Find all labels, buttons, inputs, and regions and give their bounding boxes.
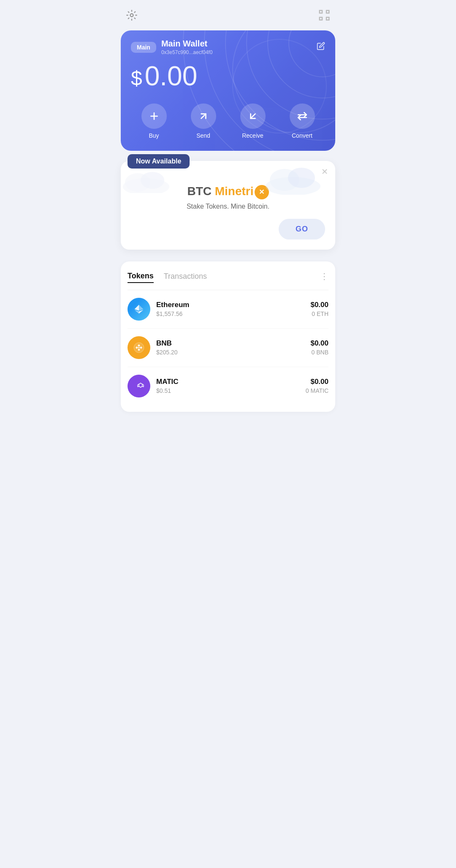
bnb-info: BNB $205.20 xyxy=(156,339,304,356)
buy-icon xyxy=(141,103,167,129)
card-header: Main Main Wallet 0x3e57c990...aecf04f0 xyxy=(131,39,325,55)
currency-symbol: $ xyxy=(131,67,142,90)
token-item-matic[interactable]: MATIC $0.51 $0.00 0 MATIC xyxy=(128,367,328,405)
edit-icon[interactable] xyxy=(317,42,325,52)
matic-amount: 0 MATIC xyxy=(306,387,328,394)
token-list: Ethereum $1,557.56 $0.00 0 ETH xyxy=(128,290,328,412)
svg-marker-28 xyxy=(139,305,144,310)
tab-transactions[interactable]: Transactions xyxy=(164,270,207,283)
eth-info: Ethereum $1,557.56 xyxy=(156,301,304,317)
eth-balance: $0.00 0 ETH xyxy=(310,301,328,317)
svg-line-16 xyxy=(201,114,206,119)
go-button[interactable]: GO xyxy=(279,219,325,239)
top-bar xyxy=(114,0,342,27)
promo-close-button[interactable] xyxy=(321,168,328,177)
matic-info: MATIC $0.51 xyxy=(156,378,300,394)
promo-btc-text: BTC xyxy=(187,185,212,198)
send-icon xyxy=(191,103,216,129)
matic-usd: $0.00 xyxy=(306,378,328,386)
bnb-price: $205.20 xyxy=(156,349,304,356)
wallet-address: 0x3e57c990...aecf04f0 xyxy=(161,49,212,55)
promo-card: BTC Minetri✕ Stake Tokens. Mine Bitcoin.… xyxy=(121,161,335,250)
buy-button[interactable]: Buy xyxy=(141,103,167,139)
tab-more-icon[interactable]: ⋮ xyxy=(320,271,328,281)
wallet-card: Main Main Wallet 0x3e57c990...aecf04f0 $… xyxy=(121,30,335,151)
bnb-amount: 0 BNB xyxy=(310,349,328,356)
token-item-bnb[interactable]: BNB $205.20 $0.00 0 BNB xyxy=(128,329,328,367)
bnb-name: BNB xyxy=(156,339,304,348)
matic-icon xyxy=(128,375,150,397)
svg-marker-31 xyxy=(139,310,144,313)
promo-section: Now Available BTC Minetri✕ Stake Tokens.… xyxy=(121,161,335,250)
svg-marker-30 xyxy=(135,310,139,313)
matic-price: $0.51 xyxy=(156,387,300,394)
now-available-badge: Now Available xyxy=(128,154,190,169)
receive-label: Receive xyxy=(242,132,263,139)
bnb-usd: $0.00 xyxy=(310,339,328,348)
eth-amount: 0 ETH xyxy=(310,310,328,317)
svg-point-22 xyxy=(141,172,164,189)
buy-label: Buy xyxy=(149,132,159,139)
tokens-section: Tokens Transactions ⋮ Ethereum $1,557.56… xyxy=(121,261,335,412)
bnb-icon xyxy=(128,336,150,359)
svg-rect-3 xyxy=(320,17,322,20)
tokens-tabs: Tokens Transactions ⋮ xyxy=(128,261,328,290)
eth-icon xyxy=(128,298,150,321)
receive-button[interactable]: Receive xyxy=(240,103,266,139)
main-badge: Main xyxy=(131,42,156,53)
balance-amount: 0.00 xyxy=(145,60,198,92)
settings-icon[interactable] xyxy=(124,8,139,23)
svg-point-10 xyxy=(247,30,335,119)
eth-usd: $0.00 xyxy=(310,301,328,309)
svg-point-9 xyxy=(268,30,335,98)
convert-icon xyxy=(290,103,315,129)
matic-name: MATIC xyxy=(156,378,300,386)
tab-tokens[interactable]: Tokens xyxy=(128,270,154,283)
scan-icon[interactable] xyxy=(317,8,332,23)
wallet-name: Main Wallet xyxy=(161,39,212,49)
promo-brand-text: Minetri xyxy=(215,185,254,198)
balance-row: $ 0.00 xyxy=(131,60,325,92)
matic-balance: $0.00 0 MATIC xyxy=(306,378,328,394)
svg-marker-29 xyxy=(135,305,139,310)
svg-line-17 xyxy=(250,114,255,119)
convert-label: Convert xyxy=(292,132,312,139)
svg-point-0 xyxy=(130,14,133,17)
send-button[interactable]: Send xyxy=(191,103,216,139)
action-buttons: Buy Send Receive xyxy=(131,103,325,139)
eth-price: $1,557.56 xyxy=(156,310,304,317)
send-label: Send xyxy=(196,132,210,139)
svg-rect-1 xyxy=(320,11,322,13)
svg-point-8 xyxy=(289,30,335,77)
svg-rect-2 xyxy=(326,11,329,13)
receive-icon xyxy=(240,103,266,129)
eth-name: Ethereum xyxy=(156,301,304,309)
token-item-eth[interactable]: Ethereum $1,557.56 $0.00 0 ETH xyxy=(128,290,328,329)
svg-point-25 xyxy=(288,168,315,188)
bnb-balance: $0.00 0 BNB xyxy=(310,339,328,356)
convert-button[interactable]: Convert xyxy=(290,103,315,139)
promo-subtitle: Stake Tokens. Mine Bitcoin. xyxy=(131,203,325,210)
